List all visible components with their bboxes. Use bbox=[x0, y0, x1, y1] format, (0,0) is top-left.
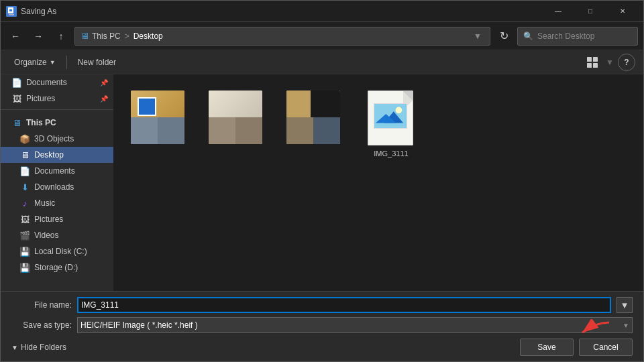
toolbar-sep bbox=[66, 56, 67, 69]
savetype-value: HEIC/HEIF Image ( *.heic *.heif ) bbox=[80, 320, 198, 330]
svg-point-11 bbox=[396, 107, 402, 114]
sidebar-item-thispc-label: This PC bbox=[26, 118, 56, 127]
view-button[interactable] bbox=[583, 53, 602, 72]
address-bar-row: ← → ↑ 🖥 This PC > Desktop ▼ ↻ 🔍 Search D… bbox=[1, 22, 643, 50]
mountain-icon bbox=[374, 103, 407, 129]
sidebar-scroll[interactable]: 📄 Documents 📌 🖼 Pictures 📌 🖥 This PC bbox=[1, 74, 113, 291]
hide-folders-chevron: ▼ bbox=[11, 344, 18, 351]
sidebar-item-3dobjects-label: 3D Objects bbox=[34, 134, 74, 143]
sidebar-item-localc[interactable]: 💾 Local Disk (C:) bbox=[1, 243, 113, 259]
savetype-row: Save as type: HEIC/HEIF Image ( *.heic *… bbox=[11, 317, 633, 333]
search-placeholder: Search Desktop bbox=[537, 32, 594, 41]
refresh-button[interactable]: ↻ bbox=[494, 27, 513, 46]
file-name-img3111: IMG_3111 bbox=[374, 149, 408, 158]
localc-icon: 💾 bbox=[19, 246, 30, 257]
sidebar-item-music-label: Music bbox=[34, 198, 55, 208]
file-item-2[interactable] bbox=[202, 85, 269, 163]
sidebar-item-downloads[interactable]: ⬇ Downloads bbox=[1, 179, 113, 195]
pictures-icon: 🖼 bbox=[19, 214, 30, 225]
file-thumbnail-1 bbox=[131, 90, 184, 144]
downloads-icon: ⬇ bbox=[19, 182, 30, 192]
up-button[interactable]: ↑ bbox=[52, 27, 70, 46]
close-button[interactable]: ✕ bbox=[607, 1, 638, 22]
bottom-section: File name: ▼ Save as type: HEIC/HEIF Ima… bbox=[1, 291, 643, 361]
address-bar[interactable]: 🖥 This PC > Desktop ▼ bbox=[74, 27, 490, 46]
back-button[interactable]: ← bbox=[6, 27, 25, 46]
search-box[interactable]: 🔍 Search Desktop bbox=[517, 27, 638, 46]
new-folder-button[interactable]: New folder bbox=[72, 54, 121, 71]
address-sep1: > bbox=[125, 32, 129, 41]
pin-icon-documents: 📌 bbox=[100, 79, 108, 86]
address-icon: 🖥 bbox=[80, 31, 89, 41]
filename-dropdown-btn[interactable]: ▼ bbox=[616, 297, 633, 313]
sidebar-item-videos-label: Videos bbox=[34, 231, 58, 240]
dialog-window: Saving As — □ ✕ ← → ↑ 🖥 This PC > Deskto… bbox=[0, 0, 644, 362]
main-content: 📄 Documents 📌 🖼 Pictures 📌 🖥 This PC bbox=[1, 74, 643, 291]
thispc-icon: 🖥 bbox=[11, 117, 22, 128]
bottom-actions: ▼ Hide Folders Save Cancel bbox=[11, 339, 633, 356]
address-dropdown-chevron[interactable]: ▼ bbox=[471, 32, 484, 41]
sidebar-item-pictures-pinned[interactable]: 🖼 Pictures 📌 bbox=[1, 90, 113, 107]
sidebar-item-desktop[interactable]: 🖥 Desktop bbox=[1, 147, 113, 163]
file-item-img3111[interactable]: IMG_3111 bbox=[358, 85, 425, 163]
help-button[interactable]: ? bbox=[618, 54, 635, 71]
documents-pinned-icon: 📄 bbox=[11, 77, 22, 88]
svg-rect-3 bbox=[9, 14, 14, 15]
svg-rect-4 bbox=[587, 57, 592, 62]
savetype-select[interactable]: HEIC/HEIF Image ( *.heic *.heif ) ▼ bbox=[77, 317, 633, 333]
sidebar-item-storaged[interactable]: 💾 Storage (D:) bbox=[1, 259, 113, 276]
sidebar-item-thispc[interactable]: 🖥 This PC bbox=[1, 115, 113, 131]
hide-folders-button[interactable]: ▼ Hide Folders bbox=[11, 343, 66, 352]
sidebar-item-pictures-label: Pictures bbox=[26, 94, 55, 103]
sidebar-item-music[interactable]: ♪ Music bbox=[1, 195, 113, 211]
videos-icon: 🎬 bbox=[19, 230, 30, 241]
svg-rect-7 bbox=[593, 63, 598, 68]
sidebar-item-pictures[interactable]: 🖼 Pictures bbox=[1, 211, 113, 227]
sidebar-item-pictures2-label: Pictures bbox=[34, 215, 63, 224]
savetype-label: Save as type: bbox=[11, 320, 72, 330]
sidebar-bottom-space bbox=[1, 276, 113, 281]
address-thispc: This PC bbox=[92, 32, 121, 41]
toolbar: Organize ▼ New folder ▼ ? bbox=[1, 50, 643, 74]
dialog-title: Saving As bbox=[21, 7, 543, 16]
file-thumbnail-2 bbox=[209, 90, 262, 144]
hide-folders-label: Hide Folders bbox=[21, 343, 66, 352]
svg-rect-6 bbox=[587, 63, 592, 68]
file-browser[interactable]: IMG_3111 bbox=[113, 74, 643, 291]
sidebar-item-documents[interactable]: 📄 Documents bbox=[1, 163, 113, 179]
file-item-1[interactable] bbox=[124, 85, 191, 163]
new-folder-label: New folder bbox=[78, 58, 116, 67]
sidebar: 📄 Documents 📌 🖼 Pictures 📌 🖥 This PC bbox=[1, 74, 113, 291]
toolbar-right: ▼ ? bbox=[583, 53, 635, 72]
minimize-button[interactable]: — bbox=[543, 1, 574, 22]
view-sep: ▼ bbox=[606, 58, 614, 67]
maximize-button[interactable]: □ bbox=[575, 1, 606, 22]
sidebar-item-3dobjects[interactable]: 📦 3D Objects bbox=[1, 131, 113, 147]
forward-button[interactable]: → bbox=[29, 27, 48, 46]
sidebar-item-documents2-label: Documents bbox=[34, 166, 75, 176]
sidebar-item-documents-pinned[interactable]: 📄 Documents 📌 bbox=[1, 74, 113, 90]
organize-label: Organize bbox=[14, 58, 47, 67]
filename-row: File name: ▼ bbox=[11, 297, 633, 313]
arrow-indicator bbox=[559, 319, 612, 345]
3dobjects-icon: 📦 bbox=[19, 133, 30, 144]
documents-icon: 📄 bbox=[19, 166, 30, 176]
sidebar-item-localc-label: Local Disk (C:) bbox=[34, 247, 87, 256]
filename-input[interactable] bbox=[77, 297, 611, 313]
view-icon bbox=[586, 56, 598, 68]
window-controls: — □ ✕ bbox=[543, 1, 638, 22]
title-bar: Saving As — □ ✕ bbox=[1, 1, 643, 22]
organize-button[interactable]: Organize ▼ bbox=[9, 54, 61, 71]
sidebar-divider bbox=[1, 109, 113, 112]
sidebar-item-videos[interactable]: 🎬 Videos bbox=[1, 227, 113, 243]
organize-chevron: ▼ bbox=[50, 59, 56, 66]
savetype-dropdown-arrow: ▼ bbox=[623, 322, 629, 329]
sidebar-item-documents-label: Documents bbox=[26, 78, 67, 87]
sidebar-item-desktop-label: Desktop bbox=[34, 150, 64, 160]
red-arrow-icon bbox=[559, 319, 612, 343]
sidebar-item-storaged-label: Storage (D:) bbox=[34, 263, 78, 272]
sidebar-item-downloads-label: Downloads bbox=[34, 182, 74, 192]
img3111-icon-container bbox=[368, 90, 415, 145]
file-item-3[interactable] bbox=[280, 85, 347, 163]
filename-label: File name: bbox=[11, 300, 72, 310]
